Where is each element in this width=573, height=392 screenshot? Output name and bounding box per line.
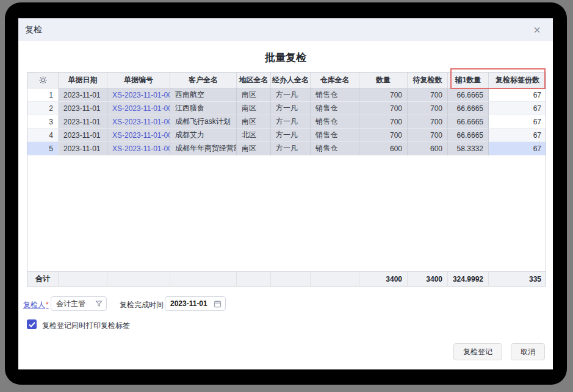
col-header-aux[interactable]: 辅1数量 (448, 73, 489, 88)
cell-aux: 66.6665 (448, 129, 489, 142)
cell-date: 2023-11-01 (59, 88, 107, 102)
required-mark: * (46, 301, 49, 309)
print-checkbox-label[interactable]: 复检登记同时打印复检标签 (42, 321, 130, 331)
table-total-row: 合计34003400324.9992335 (27, 271, 546, 286)
page-title: 批量复检 (18, 51, 553, 65)
col-header-copies[interactable]: 复检标签份数 (489, 73, 546, 88)
table-row[interactable]: 32023-11-01XS-2023-11-01-00049成都飞行ask计划南… (27, 115, 546, 129)
row-number: 4 (27, 129, 59, 142)
cell-pending: 600 (408, 142, 448, 155)
total-date (59, 272, 107, 286)
cell-warehouse: 销售仓 (311, 88, 359, 102)
inspector-input[interactable] (51, 299, 95, 308)
cell-qty: 700 (359, 129, 408, 142)
row-number: 3 (27, 115, 59, 129)
total-handler (271, 272, 311, 286)
cell-qty: 700 (359, 88, 408, 102)
table-row[interactable]: 12023-11-01XS-2023-11-01-00047西南航空南区方一凡销… (27, 88, 546, 102)
cell-aux: 58.3332 (448, 142, 489, 155)
total-region (237, 272, 271, 286)
col-header-qty[interactable]: 数量 (359, 73, 408, 88)
cell-aux: 66.6665 (448, 88, 489, 102)
cell-region: 南区 (237, 102, 271, 115)
total-doc_no (107, 272, 170, 286)
cell-customer: 成都年年商贸经营部 (170, 142, 237, 155)
cell-handler: 方一凡 (271, 88, 311, 102)
row-number: 2 (27, 102, 59, 115)
cell-date: 2023-11-01 (59, 115, 107, 129)
cell-handler: 方一凡 (271, 102, 311, 115)
col-header-pending[interactable]: 待复检数 (408, 73, 448, 88)
row-number: 1 (27, 88, 59, 102)
table-row[interactable]: 52023-11-01XS-2023-11-01-00051成都年年商贸经营部南… (27, 142, 546, 155)
cell-date: 2023-11-01 (59, 129, 107, 142)
doc-number-link[interactable]: XS-2023-11-01-00048 (107, 102, 170, 115)
calendar-icon[interactable] (214, 300, 222, 308)
doc-number-link[interactable]: XS-2023-11-01-00050 (107, 129, 170, 142)
cell-copies[interactable]: 67 (489, 142, 546, 155)
print-checkbox[interactable] (27, 319, 37, 329)
filter-funnel-icon[interactable] (95, 300, 103, 307)
total-warehouse (311, 272, 359, 286)
cell-aux: 66.6665 (448, 115, 489, 129)
check-icon (29, 322, 35, 327)
gear-icon (39, 76, 47, 84)
cell-copies[interactable]: 67 (489, 129, 546, 142)
inspector-field (51, 296, 107, 311)
col-header-date[interactable]: 单据日期 (59, 73, 107, 88)
doc-number-link[interactable]: XS-2023-11-01-00051 (107, 142, 170, 155)
col-header-region[interactable]: 地区全名 (237, 73, 271, 88)
cell-qty: 700 (359, 115, 408, 129)
reinspection-dialog: 复检 × 批量复检 单据日期单据编号客户全名地区全名经办人全名仓库全名数量待复检… (18, 18, 553, 369)
cell-pending: 700 (408, 102, 448, 115)
cell-copies[interactable]: 67 (489, 115, 546, 129)
col-header-customer[interactable]: 客户全名 (170, 73, 237, 88)
cell-region: 南区 (237, 115, 271, 129)
completion-time-label: 复检完成时间 (120, 300, 164, 310)
cell-warehouse: 销售仓 (311, 102, 359, 115)
cell-warehouse: 销售仓 (311, 115, 359, 129)
cell-customer: 成都艾力 (170, 129, 237, 142)
total-aux: 324.9992 (448, 272, 489, 286)
cancel-button[interactable]: 取消 (511, 343, 545, 360)
cell-warehouse: 销售仓 (311, 129, 359, 142)
table-row[interactable]: 42023-11-01XS-2023-11-01-00050成都艾力北区方一凡销… (27, 129, 546, 142)
table-body: 12023-11-01XS-2023-11-01-00047西南航空南区方一凡销… (27, 88, 546, 155)
col-header-warehouse[interactable]: 仓库全名 (311, 73, 359, 88)
cell-aux: 66.6665 (448, 102, 489, 115)
completion-time-input[interactable] (165, 299, 214, 308)
cell-warehouse: 销售仓 (311, 142, 359, 155)
cell-qty: 700 (359, 102, 408, 115)
doc-number-link[interactable]: XS-2023-11-01-00049 (107, 115, 170, 129)
cell-pending: 700 (408, 129, 448, 142)
inspector-label-link[interactable]: 复检人* (23, 300, 49, 310)
cell-date: 2023-11-01 (59, 142, 107, 155)
cell-pending: 700 (408, 115, 448, 129)
register-button[interactable]: 复检登记 (453, 343, 502, 360)
table-empty-area (27, 155, 546, 271)
cell-copies[interactable]: 67 (489, 88, 546, 102)
col-header-doc_no[interactable]: 单据编号 (107, 73, 170, 88)
total-qty: 3400 (359, 272, 408, 286)
doc-number-link[interactable]: XS-2023-11-01-00047 (107, 88, 170, 102)
close-icon[interactable]: × (530, 23, 544, 37)
inspector-label-text: 复检人 (23, 301, 45, 309)
cell-copies[interactable]: 67 (489, 102, 546, 115)
cell-region: 北区 (237, 129, 271, 142)
cell-pending: 700 (408, 88, 448, 102)
cell-qty: 600 (359, 142, 408, 155)
footer-buttons: 复检登记 取消 (453, 343, 545, 360)
col-header-handler[interactable]: 经办人全名 (271, 73, 311, 88)
cell-customer: 江西膳食 (170, 102, 237, 115)
column-settings-button[interactable] (27, 73, 59, 88)
cell-customer: 西南航空 (170, 88, 237, 102)
table-row[interactable]: 22023-11-01XS-2023-11-01-00048江西膳食南区方一凡销… (27, 102, 546, 115)
completion-time-field (165, 296, 226, 311)
dialog-title: 复检 (25, 24, 42, 35)
cell-handler: 方一凡 (271, 115, 311, 129)
cell-date: 2023-11-01 (59, 102, 107, 115)
total-label: 合计 (27, 272, 59, 286)
total-copies: 335 (489, 272, 546, 286)
cell-customer: 成都飞行ask计划 (170, 115, 237, 129)
cell-handler: 方一凡 (271, 142, 311, 155)
